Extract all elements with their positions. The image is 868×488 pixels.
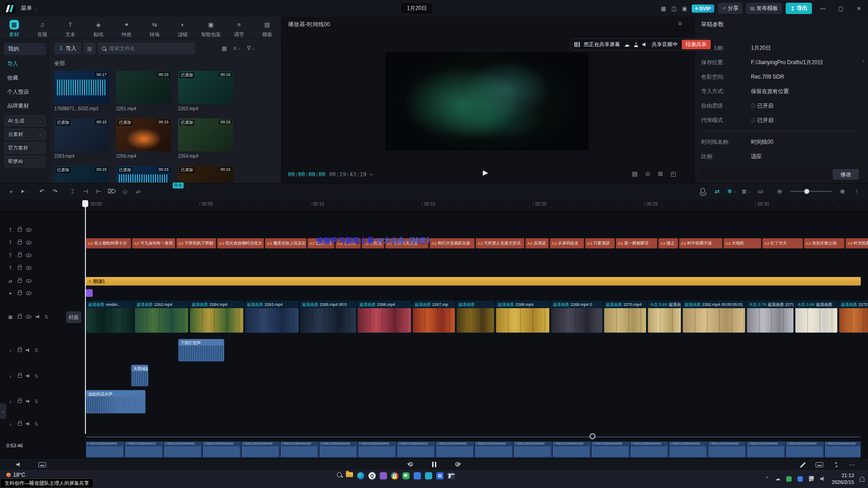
- overview-segment[interactable]: 17690129300444493: [203, 441, 241, 458]
- video-clip[interactable]: 超清画质 2267.mp: [412, 300, 455, 333]
- zoom-slider[interactable]: [790, 191, 832, 192]
- weather-widget[interactable]: 18°C: [6, 472, 25, 478]
- text-clip[interactable]: A3 从录四处走: [550, 238, 584, 249]
- overview-segment[interactable]: 17690129300444493: [708, 441, 747, 458]
- video-clip[interactable]: 卡点 0.9X 超清画质: [647, 300, 681, 333]
- tray-chevron-icon[interactable]: ⌃: [765, 476, 769, 482]
- play-button[interactable]: ▶: [483, 169, 488, 177]
- text-clip[interactable]: A3 时中轮廓不适: [679, 238, 722, 249]
- video-clip[interactable]: 卡点 0.9X 超清画质: [795, 300, 838, 333]
- overview-segment[interactable]: 17690129300444493: [591, 441, 630, 458]
- video-clip[interactable]: 卡点 0.7X 超清画质 2271: [746, 300, 794, 333]
- sticker-clip[interactable]: [86, 289, 93, 297]
- sidebar-jimeng-ai[interactable]: 即梦AI: [4, 156, 46, 167]
- tray-blue-icon[interactable]: [797, 476, 803, 482]
- overview-segment[interactable]: 17690129300444493: [358, 441, 397, 458]
- select-tool[interactable]: ➤: [19, 186, 30, 197]
- freeze-button[interactable]: ▱: [132, 186, 144, 197]
- app-purple[interactable]: [380, 472, 387, 479]
- pause-button[interactable]: [432, 462, 436, 467]
- fullscreen-icon[interactable]: ◰: [670, 170, 676, 177]
- overview-segment[interactable]: 17690129300444493: [397, 441, 436, 458]
- trim-left-button[interactable]: ⊣: [80, 186, 91, 197]
- video-clip[interactable]: 超清画质 2264.mp4: [189, 300, 244, 333]
- layout-grid-icon[interactable]: ▦: [660, 5, 667, 12]
- magnifier-icon[interactable]: ⊙: [645, 170, 650, 177]
- modify-button[interactable]: 修改: [833, 169, 859, 180]
- notification-bell-icon[interactable]: [860, 477, 864, 481]
- export-button[interactable]: ↥导出: [786, 3, 812, 14]
- file-explorer[interactable]: [346, 472, 353, 477]
- tab-effects[interactable]: ✦ 特效: [113, 17, 141, 39]
- track-narration[interactable]: ⇄ S: [0, 275, 84, 287]
- panel-expand-icon[interactable]: ›: [0, 404, 6, 419]
- overview-segment[interactable]: 17690129300444493: [552, 441, 591, 458]
- eye-icon[interactable]: [26, 253, 32, 257]
- overview-segment[interactable]: 17690129300444493: [125, 441, 164, 458]
- sidebar-official[interactable]: 官方素材 ⌄: [4, 142, 46, 154]
- publish-template-button[interactable]: ▤发布模板: [746, 3, 782, 14]
- trim-right-button[interactable]: ⊢: [93, 186, 104, 197]
- track-audio-1[interactable]: ♪ S: [0, 338, 84, 362]
- add-button[interactable]: ＋: [5, 186, 17, 197]
- tab-transitions[interactable]: ⇆ 转场: [141, 17, 169, 39]
- tab-filters[interactable]: ◐ 滤镜: [169, 17, 197, 39]
- more-button[interactable]: ⋮: [851, 186, 863, 197]
- mute-icon[interactable]: [26, 374, 31, 378]
- layout-split-icon[interactable]: ◫: [670, 5, 677, 12]
- solo-icon[interactable]: S: [35, 399, 38, 404]
- shortcut-icon[interactable]: [816, 462, 823, 467]
- person-icon[interactable]: [634, 42, 638, 47]
- lock-icon[interactable]: [18, 315, 22, 319]
- overview-segment[interactable]: 17690129300444493: [747, 441, 786, 458]
- start-button[interactable]: [326, 472, 333, 479]
- cloud-icon[interactable]: ☁: [624, 42, 630, 48]
- overview-segment[interactable]: 17690129300444493: [280, 441, 319, 458]
- media-item[interactable]: 已添加 00:15: [178, 166, 233, 183]
- player-menu-icon[interactable]: ≡: [678, 20, 682, 27]
- lock-icon[interactable]: [18, 280, 22, 283]
- menu-button[interactable]: 菜单 ⌄: [21, 5, 38, 12]
- audio-clip-heavy-rain[interactable]: 大雨倾盆: [131, 365, 148, 386]
- track-text-4[interactable]: T S: [0, 262, 84, 274]
- tab-audio[interactable]: ♫ 音频: [28, 17, 56, 39]
- overview-segment[interactable]: 17690129300444493: [164, 441, 203, 458]
- tab-text[interactable]: T 文本: [56, 17, 84, 39]
- eye-icon[interactable]: [26, 228, 32, 232]
- lock-icon[interactable]: [18, 422, 22, 426]
- tab-templates[interactable]: ▤ 模板: [253, 17, 281, 39]
- undo-button[interactable]: ↶: [36, 186, 47, 197]
- media-item[interactable]: 已添加 00:15 2261.mp4: [116, 71, 171, 112]
- lock-icon[interactable]: [18, 349, 22, 352]
- tab-smart-pack[interactable]: ▣ 智能包装: [197, 17, 225, 39]
- minimize-button[interactable]: —: [816, 0, 830, 17]
- sidebar-import[interactable]: 导入: [0, 57, 50, 71]
- text-clip[interactable]: A3 狗们大赏就趴在家: [429, 238, 475, 249]
- zoom-in-button[interactable]: ⊕: [837, 186, 848, 197]
- text-clip[interactable]: A3 魔蛋在轨上玩去右: [265, 238, 307, 249]
- lock-icon[interactable]: [18, 254, 22, 257]
- video-clip[interactable]: 超清画质 2270.mp4: [604, 300, 646, 333]
- track-audio-4[interactable]: ♪ S: [0, 414, 84, 433]
- overview-segment[interactable]: 17690129300444493: [319, 441, 358, 458]
- timeline-ruler[interactable]: 00:0000:0500:1000:1500:2000:2500:30: [0, 199, 868, 210]
- video-clip[interactable]: 超清画质 2268.mp4: [495, 300, 550, 333]
- proxy-toggle[interactable]: ⇄: [712, 186, 723, 197]
- timecode-frame-icon[interactable]: ▭: [370, 172, 373, 177]
- redo-button[interactable]: ↷: [49, 186, 61, 197]
- text-clip[interactable]: A3 可九叔却有一条亮: [132, 238, 175, 249]
- mask-button[interactable]: ◇: [119, 186, 131, 197]
- end-share-button[interactable]: 结束共享: [682, 40, 711, 49]
- media-item[interactable]: 已添加 00:15: [116, 166, 171, 183]
- app-blue[interactable]: [414, 472, 421, 479]
- close-button[interactable]: ✕: [852, 0, 866, 17]
- overview-segment[interactable]: 17690129300444493: [786, 441, 825, 458]
- video-clip[interactable]: 超清画质 2269.mp4 0: [551, 300, 603, 333]
- video-clip[interactable]: 超清画质 2265.mp4 00:0: [300, 300, 356, 333]
- video-clip[interactable]: 超清画质 2266.mp4: [357, 300, 411, 333]
- sidebar-ai-generate[interactable]: AI 生成 ⌄: [4, 115, 46, 127]
- timeline-scrollbar[interactable]: [86, 436, 861, 437]
- tray-volume-icon[interactable]: [820, 476, 826, 481]
- media-item[interactable]: 已添加 00:15 2264.mp4: [178, 118, 233, 159]
- sidebar-cloud[interactable]: 云素材 ⌄: [4, 129, 46, 140]
